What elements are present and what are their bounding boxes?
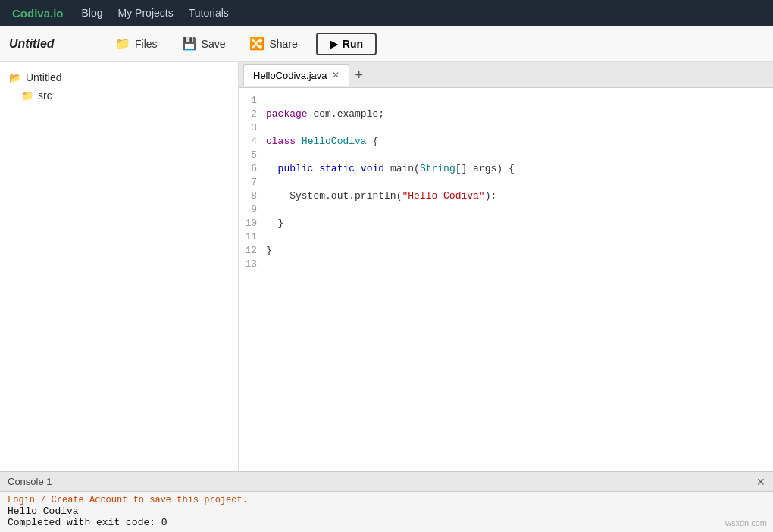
file-tab[interactable]: HelloCodiva.java ✕ — [243, 64, 349, 86]
nav-blog[interactable]: Blog — [82, 7, 103, 19]
console-close-button[interactable]: ✕ — [756, 476, 765, 488]
nav-tutorials[interactable]: Tutorials — [189, 7, 229, 19]
tree-src-label: src — [38, 89, 52, 102]
save-label: Save — [202, 38, 226, 50]
tab-close-icon[interactable]: ✕ — [332, 70, 340, 80]
share-button[interactable]: 🔀 Share — [237, 32, 309, 55]
folder-icon: 📂 — [9, 72, 21, 83]
tab-filename: HelloCodiva.java — [253, 70, 327, 81]
tree-root-label: Untitled — [26, 71, 61, 83]
main-content: 📂 Untitled 📁 src HelloCodiva.java ✕ + — [0, 62, 773, 532]
console-output: Login / Create Account to save this proj… — [0, 492, 773, 532]
subfolder-icon: 📁 — [21, 90, 33, 102]
run-button[interactable]: ▶ Run — [316, 33, 377, 55]
code-line: 3 — [239, 121, 773, 135]
save-button[interactable]: 💾 Save — [170, 32, 238, 55]
share-icon: 🔀 — [249, 36, 264, 51]
tab-add-button[interactable]: + — [349, 68, 370, 82]
files-icon: 📁 — [115, 36, 130, 51]
files-label: Files — [135, 38, 158, 50]
code-line: 7 — [239, 176, 773, 189]
code-line: 11 — [239, 230, 773, 244]
code-line: 8 System.out.println("Hello Codiva"); — [239, 189, 773, 203]
code-line: 4 class HelloCodiva { — [239, 135, 773, 149]
editor-area: 📂 Untitled 📁 src HelloCodiva.java ✕ + — [0, 62, 773, 471]
tree-src[interactable]: 📁 src — [0, 86, 238, 105]
run-label: Run — [343, 38, 363, 50]
code-line: 1 — [239, 94, 773, 108]
save-icon: 💾 — [182, 36, 197, 51]
console-area: Console 1 ✕ Login / Create Account to sa… — [0, 471, 773, 532]
console-warning: Login / Create Account to save this proj… — [8, 495, 765, 505]
code-editor[interactable]: 1 2 package com.example; 3 4 class Hello… — [239, 88, 773, 471]
brand-logo[interactable]: Codiva.io — [12, 7, 64, 20]
editor-panel: HelloCodiva.java ✕ + 1 2 package com.exa… — [239, 62, 773, 471]
code-line: 13 — [239, 258, 773, 271]
code-line: 5 — [239, 149, 773, 162]
console-title: Console 1 — [8, 476, 52, 487]
nav-my-projects[interactable]: My Projects — [118, 7, 174, 19]
run-icon: ▶ — [330, 38, 338, 50]
files-button[interactable]: 📁 Files — [103, 32, 170, 55]
console-output-line1: Hello Codiva — [8, 505, 765, 517]
code-line: 2 package com.example; — [239, 108, 773, 121]
project-title: Untitled — [9, 37, 85, 51]
share-label: Share — [269, 38, 297, 50]
code-line: 6 public static void main(String[] args)… — [239, 162, 773, 176]
project-toolbar: Untitled 📁 Files 💾 Save 🔀 Share ▶ Run — [0, 26, 773, 62]
console-header: Console 1 ✕ — [0, 472, 773, 492]
code-line: 12 } — [239, 244, 773, 258]
tree-root[interactable]: 📂 Untitled — [0, 68, 238, 86]
file-sidebar: 📂 Untitled 📁 src — [0, 62, 239, 471]
code-line: 10 } — [239, 217, 773, 230]
top-navigation: Codiva.io Blog My Projects Tutorials — [0, 0, 773, 26]
tab-bar: HelloCodiva.java ✕ + — [239, 62, 773, 88]
code-line: 9 — [239, 203, 773, 217]
console-output-line2: Completed with exit code: 0 — [8, 517, 765, 528]
watermark: wsxdn.com — [725, 518, 767, 527]
